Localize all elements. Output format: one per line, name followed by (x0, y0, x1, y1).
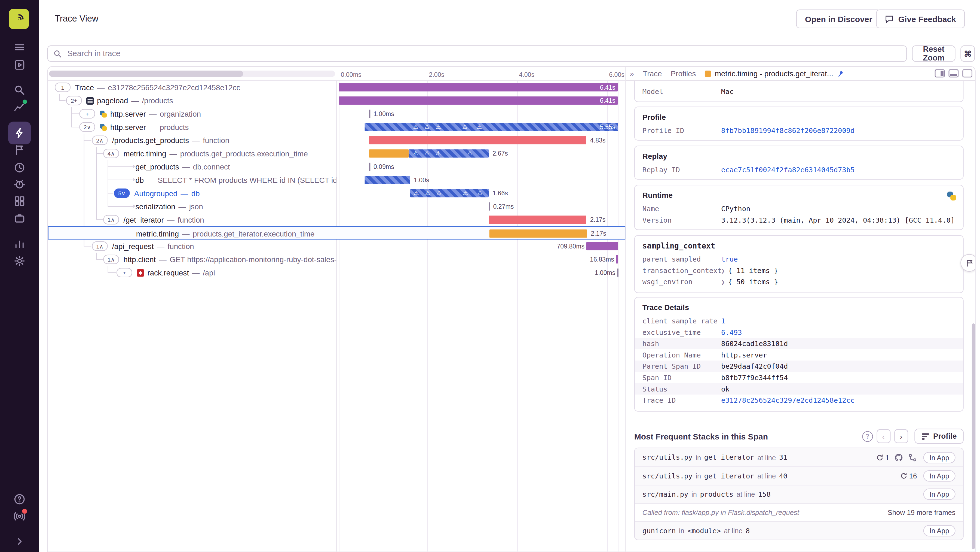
trace-row-autogrouped[interactable]: 5∨ Autogrouped — db ⚠ ⚠ ⚠ ⚠ ⚠ 1.66s (48, 187, 625, 200)
layout-full-icon[interactable] (962, 69, 972, 77)
sidebar-item-organization[interactable] (13, 211, 26, 225)
span-bar-missing-instrumentation[interactable]: ⚠ ⚠ ⚠ ⚠ (409, 149, 489, 158)
layout-bottom-icon[interactable] (948, 69, 958, 77)
trace-row-http-server-org[interactable]: + http.server — organization 1.00ms (48, 107, 625, 120)
expand-badge[interactable]: + (116, 268, 132, 278)
span-bar[interactable] (488, 215, 586, 224)
layout-right-icon[interactable] (935, 69, 945, 77)
sidebar-item-issues[interactable] (13, 40, 26, 54)
span-bar[interactable] (490, 230, 587, 238)
tab-trace[interactable]: Trace (643, 69, 662, 78)
trace-row-get-products-fn[interactable]: 2∧ /products.get_products — function 4.8… (48, 134, 625, 147)
expand-drawer-icon[interactable]: » (630, 69, 634, 78)
expand-badge[interactable]: 1∧ (103, 215, 119, 225)
trace-row-metric-timing-iterator-selected[interactable]: metric.timing — products.get_iterator.ex… (48, 227, 625, 240)
tab-profiles[interactable]: Profiles (671, 69, 696, 78)
span-bar[interactable] (369, 163, 371, 171)
expand-badge[interactable]: 1∧ (103, 255, 119, 264)
sidebar-item-user-feedback[interactable] (13, 177, 26, 191)
expand-badge[interactable]: 2∧ (92, 136, 108, 145)
reset-zoom-button[interactable]: Reset Zoom (912, 46, 956, 62)
sidebar-item-dashboards[interactable] (13, 194, 26, 208)
warning-icon: ⚠ (414, 189, 419, 197)
source-link-icon[interactable] (908, 453, 917, 461)
span-bar[interactable] (365, 176, 410, 184)
trace-row-get-iterator-fn[interactable]: 1∧ /get_iterator — function 2.17s (48, 213, 625, 227)
open-in-discover-button[interactable]: Open in Discover (796, 10, 881, 28)
sidebar-item-traces-active[interactable] (8, 122, 31, 144)
replay-id-key: Replay ID (643, 165, 721, 174)
trace-row-metric-timing-products[interactable]: 4∧ metric.timing — products.get_products… (48, 147, 625, 160)
in-app-badge[interactable]: In App (923, 470, 955, 482)
expand-object-icon[interactable]: ❯ (721, 278, 725, 285)
trace-row-db-select[interactable]: db — SELECT * FROM products WHERE id IN … (48, 173, 625, 187)
span-bar[interactable] (369, 136, 586, 144)
show-more-frames-link[interactable]: Show 19 more frames (888, 509, 956, 516)
span-bar[interactable] (586, 242, 618, 250)
trace-row-db-connect[interactable]: get_products — db.connect 0.09ms (48, 160, 625, 174)
help-circle-icon[interactable]: ? (862, 431, 873, 441)
span-bar[interactable] (616, 255, 618, 263)
sidebar-item-projects[interactable] (13, 58, 26, 72)
drawer-scrollbar[interactable] (972, 324, 975, 549)
pin-icon[interactable] (837, 70, 845, 77)
sidebar-item-settings[interactable] (13, 254, 26, 268)
sidebar-item-search[interactable] (13, 83, 26, 97)
span-bar[interactable]: ⚠ ⚠ ⚠ ⚠ ⚠ 5.55s (365, 123, 618, 131)
sidebar-item-replays[interactable] (13, 161, 26, 175)
open-profile-button[interactable]: Profile (915, 429, 964, 444)
span-bar[interactable]: 6.41s (339, 96, 618, 105)
stack-frame-row[interactable]: src/utils.py in get_iterator at line 31 … (635, 448, 963, 466)
dashboards-icon (14, 195, 25, 207)
sidebar-item-help[interactable] (13, 492, 26, 506)
in-app-badge[interactable]: In App (923, 488, 955, 500)
tab-span-details[interactable]: metric.timing - products.get_iterat... (705, 69, 845, 78)
span-bar[interactable] (488, 203, 490, 211)
span-desc: function (168, 242, 194, 250)
trace-row-root[interactable]: 1 Trace — e31278c256524c3297e2cd12458e12… (48, 81, 625, 94)
expand-badge[interactable]: 1∧ (92, 241, 108, 251)
sidebar-item-releases[interactable] (13, 143, 26, 157)
stacks-prev-button[interactable]: ‹ (877, 429, 891, 443)
trace-row-api-request[interactable]: 1∧ /api_request — function 709.80ms (48, 239, 625, 253)
profile-id-link[interactable]: 8fb7bb1891994f8c862f206e8722009d (721, 126, 854, 135)
stack-frame-row[interactable]: gunicorn in <module> at line 8 In App (635, 521, 963, 539)
expand-badge[interactable]: 2+ (66, 96, 82, 105)
span-bar[interactable] (369, 149, 409, 158)
stacks-next-button[interactable]: › (894, 429, 908, 443)
in-app-badge[interactable]: In App (923, 525, 955, 536)
trace-row-http-client[interactable]: 1∧ http.client — GET https://application… (48, 253, 625, 266)
span-bar[interactable] (617, 269, 619, 277)
github-icon[interactable] (894, 453, 903, 461)
minimap-track[interactable] (49, 70, 335, 77)
shortcut-button[interactable]: ⌘ (960, 46, 975, 62)
autogroup-badge[interactable]: 5∨ (114, 188, 130, 198)
span-bar[interactable] (369, 110, 371, 118)
sidebar-item-stats[interactable] (13, 100, 26, 114)
trace-row-serialization[interactable]: serialization — json 0.27ms (48, 200, 625, 213)
sidebar-item-whats-new[interactable] (13, 509, 26, 523)
sidebar-item-insights[interactable] (13, 237, 26, 251)
span-bar[interactable]: ⚠ ⚠ ⚠ ⚠ ⚠ (410, 189, 488, 197)
minimap-handle[interactable] (49, 70, 243, 77)
trace-row-pageload[interactable]: 2+ pageload — /products 6.41s (48, 94, 625, 107)
feedback-float-button[interactable] (960, 254, 976, 272)
expand-badge[interactable]: 2∨ (80, 122, 95, 132)
stack-frame-row[interactable]: src/utils.py in get_iterator at line 40 … (635, 466, 963, 485)
in-app-badge[interactable]: In App (923, 452, 955, 463)
replay-id-link[interactable]: ecae7c51f0024f2fa82e6314045d73b5 (721, 165, 854, 174)
trace-id-link[interactable]: e31278c256524c3297e2cd12458e12cc (721, 396, 854, 404)
give-feedback-button[interactable]: Give Feedback (876, 10, 965, 28)
stack-frame-row[interactable]: src/main.py in products at line 158 In A… (635, 485, 963, 503)
trace-row-http-server-products[interactable]: 2∨ http.server — products ⚠ ⚠ ⚠ ⚠ ⚠ (48, 120, 625, 134)
expand-badge[interactable]: + (80, 109, 95, 118)
span-bar[interactable]: 6.41s (339, 83, 618, 91)
sidebar-collapse[interactable] (13, 534, 26, 549)
sentry-logo[interactable] (9, 9, 29, 29)
expand-badge[interactable]: 1 (55, 83, 70, 92)
warning-icon: ⚠ (468, 149, 473, 158)
expand-object-icon[interactable]: ❯ (721, 267, 725, 274)
trace-row-rack-request[interactable]: + rack.request — /api 1.00ms (48, 266, 625, 279)
expand-badge[interactable]: 4∧ (103, 149, 119, 158)
search-input[interactable] (66, 48, 901, 59)
